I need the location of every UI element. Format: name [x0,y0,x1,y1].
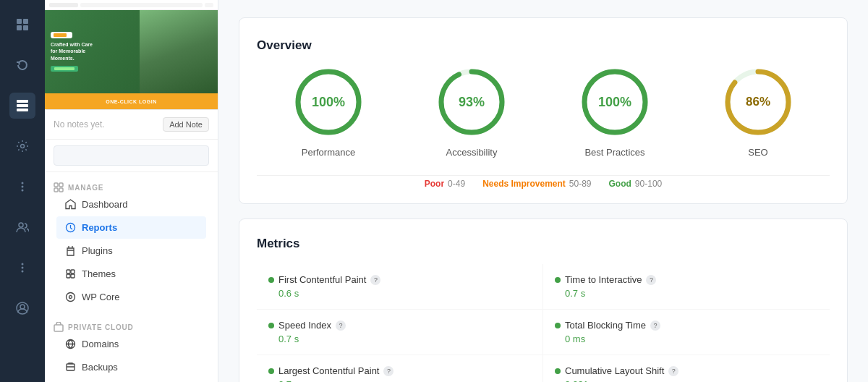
svg-point-10 [22,190,24,192]
sidebar-item-wpcore[interactable]: WP Core [56,286,206,308]
svg-rect-25 [71,274,75,278]
best-practices-value: 100% [598,95,631,110]
svg-point-14 [22,271,24,273]
svg-rect-1 [23,19,28,24]
legend-needs: Needs Improvement 50-89 [482,179,591,189]
svg-rect-2 [17,25,22,30]
cls-help-icon[interactable]: ? [668,366,678,376]
good-range: 90-100 [635,179,662,189]
fcp-value: 0.6 s [268,288,531,299]
metric-time-to-interactive: Time to Interactive ? 0.7 s [543,264,830,310]
one-click-login-bar[interactable]: ONE-CLICK LOGIN [45,93,218,109]
seo-circle: 86% [722,66,794,138]
metric-cumulative-layout-shift: Cumulative Layout Shift ? 0.021 [543,355,830,382]
best-practices-circle: 100% [579,66,651,138]
svg-point-13 [22,267,24,269]
accessibility-gauge: 93% Accessibility [435,66,508,158]
refresh-icon[interactable] [9,52,35,78]
legend-poor: Poor 0-49 [425,179,465,189]
svg-point-16 [20,305,25,309]
sidebar: Crafted with Carefor MemorableMoments. O… [45,0,218,382]
poor-label: Poor [425,179,444,189]
account-icon[interactable] [9,295,35,321]
sidebar-item-dashboard[interactable]: Dashboard [56,193,206,216]
metrics-card: Metrics First Contentful Paint ? 0.6 s T… [239,218,848,382]
si-value: 0.7 s [268,334,531,344]
seo-gauge: 86% SEO [722,66,794,158]
domains-label: Domains [82,339,119,349]
good-label: Good [609,179,631,189]
metric-dot [268,323,274,328]
notes-area: No notes yet. Add Note [45,110,218,140]
private-cloud-label: PRIVATE CLOUD [54,322,209,332]
icon-bar [0,0,45,382]
svg-rect-3 [23,25,28,30]
overview-card: Overview 100% Performance [239,17,848,204]
svg-rect-0 [17,19,22,24]
metric-dot [268,277,274,283]
settings-icon[interactable] [9,133,35,159]
seo-label: SEO [748,147,767,158]
metrics-title: Metrics [257,237,830,251]
cls-label: Cumulative Layout Shift [565,365,664,376]
sidebar-item-reports[interactable]: Reports [56,216,206,239]
svg-rect-28 [54,325,63,331]
poor-range: 0-49 [448,179,465,189]
svg-rect-22 [67,270,70,273]
fcp-help-icon[interactable]: ? [370,275,380,285]
performance-gauge: 100% Performance [292,66,365,158]
sidebar-item-backups[interactable]: Backups [56,356,206,378]
reports-label: Reports [82,222,117,233]
tti-help-icon[interactable]: ? [646,275,656,285]
si-label: Speed Index [278,320,331,331]
best-practices-label: Best Practices [584,147,644,158]
search-input[interactable] [54,145,209,166]
metric-dot [555,368,561,374]
dots-icon-2[interactable] [9,255,35,281]
overview-title: Overview [257,38,830,53]
performance-label: Performance [302,147,355,158]
search-area [45,140,218,172]
grid-icon[interactable] [9,12,35,38]
lcp-help-icon[interactable]: ? [383,366,393,376]
svg-point-26 [67,293,75,302]
login-bar-text: ONE-CLICK LOGIN [106,99,157,104]
needs-range: 50-89 [569,179,592,189]
svg-point-12 [22,263,24,266]
tbt-value: 0 ms [555,334,818,344]
accessibility-label: Accessibility [446,147,498,158]
svg-rect-18 [59,183,63,187]
svg-point-11 [19,223,23,227]
sidebar-item-domains[interactable]: Domains [56,333,206,355]
dots-icon-1[interactable] [9,174,35,200]
dashboard-label: Dashboard [82,199,128,210]
svg-rect-23 [71,270,75,273]
tti-value: 0.7 s [555,288,818,299]
best-practices-gauge: 100% Best Practices [579,66,651,158]
svg-rect-4 [17,100,28,103]
svg-rect-24 [67,274,70,278]
seo-value: 86% [746,95,770,109]
metric-total-blocking-time: Total Blocking Time ? 0 ms [543,310,830,355]
performance-circle: 100% [292,66,365,138]
svg-point-9 [22,186,24,188]
add-note-button[interactable]: Add Note [163,117,209,132]
sidebar-item-plugins[interactable]: Plugins [56,239,206,262]
svg-rect-6 [17,109,28,111]
si-help-icon[interactable]: ? [336,321,346,331]
metric-dot [268,368,274,374]
sidebar-item-themes[interactable]: Themes [56,263,206,285]
svg-point-7 [21,145,25,148]
svg-rect-19 [54,188,58,192]
accessibility-value: 93% [459,95,485,110]
fcp-label: First Contentful Paint [278,274,366,285]
tbt-help-icon[interactable]: ? [650,321,660,331]
metric-dot [555,323,561,328]
users-icon[interactable] [9,214,35,240]
svg-point-8 [22,182,24,184]
plugins-label: Plugins [82,245,113,256]
table-icon[interactable] [9,93,35,119]
tti-label: Time to Interactive [565,274,642,285]
manage-label: MANAGE [54,182,209,192]
backups-label: Backups [82,362,118,373]
